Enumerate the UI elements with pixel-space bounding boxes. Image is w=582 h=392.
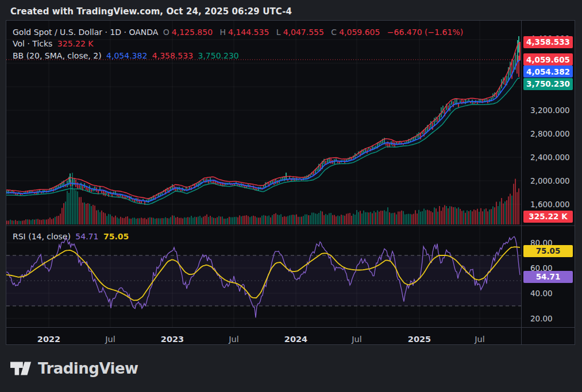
symbol-legend-row: Gold Spot / U.S. Dollar · 1D · OANDA O4,… xyxy=(13,28,465,37)
bb-basis-badge: 4,054.382 xyxy=(523,65,573,77)
open-key: O xyxy=(163,28,169,37)
volume-label: Vol · Ticks xyxy=(13,39,52,48)
price-tick-2000: 2,000.000 xyxy=(530,176,570,185)
time-tick-jul25: Jul xyxy=(475,335,485,344)
time-tick-jul23: Jul xyxy=(229,335,239,344)
price-tick-3200: 3,200.000 xyxy=(530,106,570,115)
time-tick-2022: 2022 xyxy=(37,335,60,344)
bb-legend-row: BB (20, SMA, close, 2) 4,054.382 4,358.5… xyxy=(13,51,241,60)
symbol-title: Gold Spot / U.S. Dollar · 1D · OANDA xyxy=(13,28,158,37)
bb-lower-value: 3,750.230 xyxy=(198,51,239,60)
volume-legend-row: Vol · Ticks 325.22 K xyxy=(13,39,95,48)
tradingview-logo-text: TradingView xyxy=(38,360,138,377)
bb-upper-value: 4,358.533 xyxy=(152,51,193,60)
close-key: C xyxy=(331,28,337,37)
high-key: H xyxy=(220,28,226,37)
price-tick-2800: 2,800.000 xyxy=(530,129,570,138)
time-tick-2025: 2025 xyxy=(408,335,431,344)
rsi-ma-value: 75.05 xyxy=(103,232,129,241)
rsi-legend-row: RSI (14, close) 54.71 75.05 xyxy=(13,232,131,241)
time-tick-jul22: Jul xyxy=(105,335,115,344)
tradingview-logo-link[interactable]: TradingView xyxy=(10,360,138,377)
rsi-value: 54.71 xyxy=(75,232,98,241)
time-tick-jul24: Jul xyxy=(352,335,362,344)
rsi-ma-badge: 75.05 xyxy=(523,245,573,257)
rsi-tick-20: 20.00 xyxy=(530,314,553,323)
bb-label: BB (20, SMA, close, 2) xyxy=(13,51,102,60)
low-value: 4,047.555 xyxy=(283,28,324,37)
bb-lower-badge: 3,750.230 xyxy=(523,78,573,90)
last-price-badge: 4,059.605 xyxy=(523,53,573,65)
rsi-badge: 54.71 xyxy=(523,271,573,283)
low-key: L xyxy=(276,28,281,37)
time-tick-2024: 2024 xyxy=(284,335,307,344)
tradingview-logo-icon xyxy=(10,361,32,376)
change-value: −66.470 (−1.61%) xyxy=(387,28,463,37)
volume-badge: 325.22 K xyxy=(523,211,573,223)
price-tick-2400: 2,400.000 xyxy=(530,153,570,162)
close-value: 4,059.605 xyxy=(339,28,380,37)
volume-value: 325.22 K xyxy=(57,39,94,48)
bb-basis-value: 4,054.382 xyxy=(106,51,147,60)
rsi-tick-40: 40.00 xyxy=(530,289,553,298)
tradingview-snapshot: Created with TradingView.com, Oct 24, 20… xyxy=(0,0,582,392)
high-value: 4,144.535 xyxy=(228,28,269,37)
open-value: 4,125.850 xyxy=(172,28,213,37)
rsi-label: RSI (14, close) xyxy=(13,232,71,241)
time-tick-2023: 2023 xyxy=(161,335,184,344)
bb-upper-badge: 4,358.533 xyxy=(523,36,573,48)
price-tick-1600: 1,600.000 xyxy=(530,200,570,209)
